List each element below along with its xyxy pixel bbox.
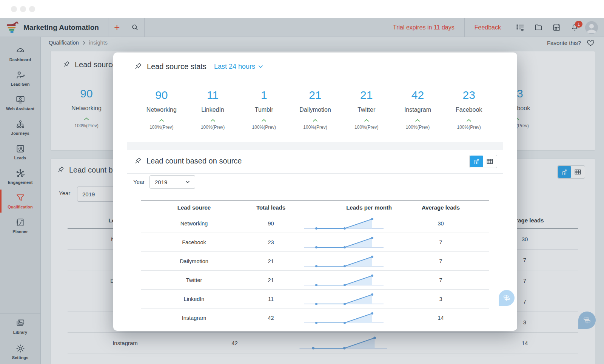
sparkline-chart — [303, 216, 384, 231]
pin-icon — [133, 62, 142, 71]
sparkline-chart — [303, 292, 384, 307]
modal-stats-row: 90 Networking 100%(Prev) 11 LinkedIn 100… — [136, 89, 495, 130]
table-row: Facebook 23 7 — [141, 233, 489, 252]
time-range-dropdown[interactable]: Last 24 hours — [214, 63, 263, 71]
window-minimize-button[interactable] — [20, 6, 26, 12]
table-row: Instagram 42 14 — [141, 308, 489, 327]
table-row: Dailymotion 21 7 — [141, 252, 489, 271]
modal-header: Lead source stats Last 24 hours — [133, 62, 263, 71]
sparkline-chart — [303, 235, 384, 250]
stat-item: 23 Facebook 100%(Prev) — [443, 89, 495, 130]
guide-helper-button[interactable] — [499, 290, 515, 306]
trend-up-icon — [341, 117, 392, 123]
window-close-button[interactable] — [11, 6, 17, 12]
table-view-button[interactable] — [483, 156, 496, 167]
table-header-row: Lead source Total leads Leads per month … — [141, 201, 489, 214]
stat-item: 90 Networking 100%(Prev) — [136, 89, 187, 130]
year-select[interactable]: 2019 — [149, 175, 195, 189]
trend-up-icon — [290, 117, 341, 123]
sparkline-chart — [303, 310, 384, 325]
sparkline-chart — [303, 254, 384, 269]
trend-up-icon — [443, 117, 495, 123]
modal-view-toggle — [469, 155, 497, 168]
table-row: LinkedIn 11 3 — [141, 290, 489, 308]
sparkline-chart — [303, 273, 384, 288]
trend-up-icon — [392, 117, 444, 123]
chevron-down-icon — [185, 180, 190, 184]
modal-title: Lead source stats — [147, 62, 206, 71]
lead-count-section-header: Lead count based on source — [133, 157, 242, 165]
lead-source-stats-modal: Lead source stats Last 24 hours 90 Netwo… — [113, 52, 517, 331]
divider — [127, 173, 503, 174]
table-row: Networking 90 30 — [141, 214, 489, 233]
stat-item: 42 Instagram 100%(Prev) — [392, 89, 444, 130]
stat-item: 21 Dailymotion 100%(Prev) — [290, 89, 341, 130]
lead-count-section-title: Lead count based on source — [146, 157, 242, 165]
chevron-down-icon — [258, 65, 263, 68]
chart-view-button[interactable] — [470, 156, 483, 167]
trend-up-icon — [187, 117, 239, 123]
lead-count-table: Lead source Total leads Leads per month … — [141, 201, 489, 327]
table-icon — [486, 158, 493, 165]
signpost-icon — [502, 294, 511, 302]
year-label: Year — [133, 179, 145, 185]
stat-item: 11 LinkedIn 100%(Prev) — [187, 89, 239, 130]
section-separator — [127, 142, 503, 150]
trend-up-icon — [238, 117, 290, 123]
chart-icon — [473, 158, 480, 165]
pin-icon — [133, 157, 142, 165]
trend-up-icon — [136, 117, 187, 123]
table-row: Twitter 21 7 — [141, 271, 489, 290]
stat-item: 21 Twitter 100%(Prev) — [341, 89, 392, 130]
window-titlebar — [0, 0, 604, 18]
screen: Marketing Automation + Trial expires in … — [0, 0, 604, 364]
window-zoom-button[interactable] — [29, 6, 35, 12]
stat-item: 1 Tumblr 100%(Prev) — [238, 89, 290, 130]
